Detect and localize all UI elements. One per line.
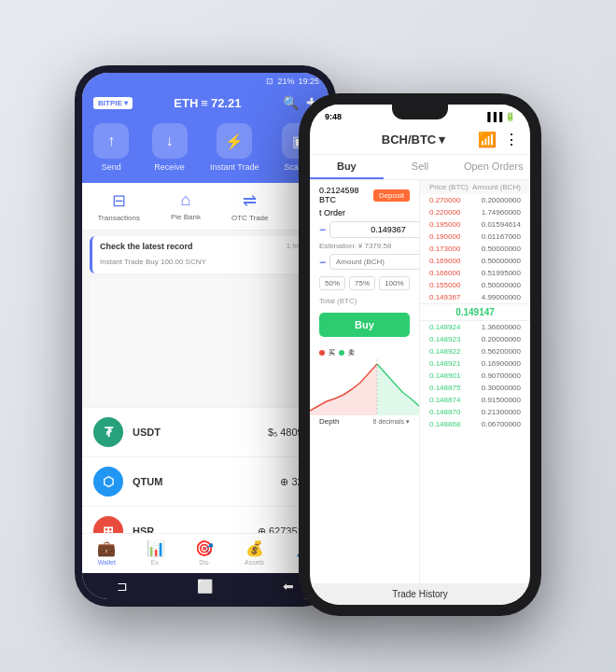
buy-button[interactable]: Buy bbox=[319, 313, 410, 337]
eth-amount: 72.21 bbox=[211, 96, 242, 110]
usdt-name: USDT bbox=[133, 427, 268, 438]
nav-dis[interactable]: 🎯 Dis- bbox=[195, 539, 214, 566]
ob-buy-row-3[interactable]: 0.148922 0.56200000 bbox=[420, 345, 530, 357]
iphone-header: BCH/BTC ▾ 📶 ⋮ bbox=[310, 125, 530, 155]
system-recent-button[interactable]: ⊐ bbox=[117, 579, 128, 594]
battery-icon: ⊡ bbox=[266, 77, 273, 86]
action-buttons: ↑ Send ↓ Receive ⚡ Instant Trade ▣ Scan … bbox=[82, 119, 329, 183]
ob-sell-row-2[interactable]: 0.220000 1.74960000 bbox=[420, 206, 530, 218]
amount-minus[interactable]: − bbox=[319, 256, 326, 269]
android-header: BITPIE ▾ ETH ≡ 72.21 🔍 ✚ bbox=[82, 90, 329, 119]
tab-sell[interactable]: Sell bbox=[384, 155, 457, 179]
wallet-list: ₮ USDT $₅ 4809.12 ⬡ QTUM ⊕ 32.00 ⊞ HSR ⊕… bbox=[82, 408, 329, 533]
ob-sell-row-5[interactable]: 0.173000 0.50000000 bbox=[420, 243, 530, 255]
notification-subtitle: Instant Trade Buy 100.00 SCNY bbox=[100, 258, 206, 266]
hsr-name: HSR bbox=[133, 525, 258, 533]
android-bottom-nav: 💼 Wallet 📊 Ex. 🎯 Dis- 💰 Assets 👤 bbox=[82, 533, 329, 573]
price-input[interactable] bbox=[329, 221, 420, 238]
receive-button[interactable]: ↓ Receive bbox=[152, 123, 188, 172]
qtum-name: QTUM bbox=[133, 476, 280, 487]
order-section: 0.2124598 BTC Deposit t Order − + Estima… bbox=[310, 180, 419, 346]
ob-buy-row-4[interactable]: 0.148921 0.16900000 bbox=[420, 357, 530, 370]
ob-buy-row-2[interactable]: 0.148923 0.20000000 bbox=[420, 333, 530, 345]
usdt-icon: ₮ bbox=[93, 417, 123, 447]
wallet-item-hsr[interactable]: ⊞ HSR ⊕ 627351.24 bbox=[82, 507, 329, 533]
iphone: 9:48 ▐▐▐ 🔋 BCH/BTC ▾ 📶 ⋮ Buy Sell bbox=[299, 93, 541, 616]
transactions-button[interactable]: ⊟ Transactions bbox=[97, 190, 140, 222]
trade-history-button[interactable]: Trade History bbox=[310, 583, 530, 605]
ob-buy-row-5[interactable]: 0.148901 0.90700000 bbox=[420, 370, 530, 382]
instant-trade-button[interactable]: ⚡ Instant Trade bbox=[210, 123, 259, 172]
more-icon[interactable]: ⋮ bbox=[504, 131, 519, 148]
amount-header: Amount (BCH) bbox=[472, 183, 521, 191]
order-type-label[interactable]: t Order bbox=[319, 208, 345, 217]
pct-100-button[interactable]: 100% bbox=[379, 276, 409, 290]
trading-pair[interactable]: BCH/BTC ▾ bbox=[382, 133, 446, 147]
ob-sell-row-6[interactable]: 0.169000 0.50000000 bbox=[420, 255, 530, 267]
notification-bar[interactable]: Check the latest record 1 hr ago Instant… bbox=[90, 236, 321, 273]
nav-ex[interactable]: 📊 Ex. bbox=[147, 539, 165, 566]
eth-currency: ETH bbox=[174, 96, 198, 110]
ob-sell-row-3[interactable]: 0.195000 0.01594614 bbox=[420, 218, 530, 231]
otc-trade-button[interactable]: ⇌ OTC Trade bbox=[231, 190, 269, 222]
otc-trade-icon: ⇌ bbox=[243, 190, 257, 211]
ex-nav-icon: 📊 bbox=[147, 539, 165, 557]
ob-sell-row-1[interactable]: 0.270000 0.20000000 bbox=[420, 194, 530, 206]
android-screen: ⊡ 21% 19:25 BITPIE ▾ ETH ≡ 72.21 🔍 ✚ bbox=[82, 73, 329, 599]
system-home-button[interactable]: ⬜ bbox=[197, 579, 213, 594]
amount-input[interactable] bbox=[329, 254, 420, 270]
sell-legend-label: 卖 bbox=[348, 348, 355, 357]
nav-assets[interactable]: 💰 Assets bbox=[245, 539, 264, 566]
assets-nav-icon: 💰 bbox=[245, 539, 264, 557]
dis-nav-label: Dis- bbox=[199, 559, 210, 566]
pie-bank-icon: ⌂ bbox=[181, 190, 191, 210]
ob-buy-row-1[interactable]: 0.148924 1.36600000 bbox=[420, 321, 530, 333]
deposit-button[interactable]: Deposit bbox=[373, 189, 410, 202]
ob-sell-row-4[interactable]: 0.190000 0.01167000 bbox=[420, 231, 530, 243]
chart-icon[interactable]: 📶 bbox=[478, 131, 497, 148]
send-button[interactable]: ↑ Send bbox=[93, 123, 129, 172]
dis-nav-icon: 🎯 bbox=[195, 539, 214, 557]
system-back-button[interactable]: ⬅ bbox=[283, 579, 294, 594]
estimation-label: Estimation: ¥ 7379.58 bbox=[319, 242, 410, 250]
tab-open-orders[interactable]: Open Orders bbox=[456, 155, 530, 179]
wallet-item-qtum[interactable]: ⬡ QTUM ⊕ 32.00 bbox=[82, 457, 329, 507]
nav-wallet[interactable]: 💼 Wallet bbox=[97, 539, 116, 566]
pct-50-button[interactable]: 50% bbox=[319, 276, 345, 290]
decimals-selector[interactable]: 6 decimals ▾ bbox=[373, 418, 410, 426]
eth-balance: ETH ≡ 72.21 bbox=[174, 96, 241, 110]
iphone-notch bbox=[392, 105, 448, 119]
price-header: Price (BTC) bbox=[429, 183, 469, 191]
mid-price: 0.149147 bbox=[420, 303, 530, 321]
ob-sell-row-9[interactable]: 0.149367 4.99000000 bbox=[420, 291, 530, 303]
ob-buy-row-7[interactable]: 0.148874 0.91500000 bbox=[420, 394, 530, 406]
qtum-icon: ⬡ bbox=[93, 467, 123, 497]
pie-bank-button[interactable]: ⌂ Pie Bank bbox=[171, 190, 201, 222]
wallet-item-usdt[interactable]: ₮ USDT $₅ 4809.12 bbox=[82, 408, 329, 457]
btc-available: 0.2124598 BTC bbox=[319, 186, 373, 204]
iphone-header-icons: 📶 ⋮ bbox=[478, 131, 519, 148]
depth-legend: 买 卖 bbox=[310, 346, 419, 359]
pair-chevron: ▾ bbox=[439, 133, 445, 147]
pct-75-button[interactable]: 75% bbox=[349, 276, 375, 290]
ob-buy-row-9[interactable]: 0.148868 0.06700000 bbox=[420, 418, 530, 430]
ex-nav-label: Ex. bbox=[151, 559, 161, 566]
tab-buy[interactable]: Buy bbox=[310, 155, 384, 179]
dropdown-chevron-icon: ▾ bbox=[124, 99, 128, 107]
search-icon[interactable]: 🔍 bbox=[283, 95, 299, 110]
iphone-time: 9:48 bbox=[325, 112, 342, 121]
receive-icon: ↓ bbox=[152, 123, 188, 159]
total-label: Total (BTC) bbox=[319, 297, 357, 305]
eth-separator: ≡ bbox=[201, 96, 208, 110]
iphone-status-icons: ▐▐▐ 🔋 bbox=[484, 112, 515, 121]
order-book-header: Price (BTC) Amount (BCH) bbox=[420, 180, 530, 194]
ob-sell-row-8[interactable]: 0.155000 0.50000000 bbox=[420, 279, 530, 291]
ob-buy-row-6[interactable]: 0.148875 0.30000000 bbox=[420, 382, 530, 394]
android-nav-bar: ⊐ ⬜ ⬅ bbox=[82, 573, 329, 599]
instant-trade-icon: ⚡ bbox=[217, 123, 252, 159]
ob-buy-row-8[interactable]: 0.148870 0.21300000 bbox=[420, 406, 530, 418]
ob-sell-row-7[interactable]: 0.166000 0.51995000 bbox=[420, 267, 530, 279]
price-minus[interactable]: − bbox=[319, 223, 326, 236]
sell-legend-dot bbox=[339, 350, 344, 356]
bitpie-logo[interactable]: BITPIE ▾ bbox=[93, 97, 133, 109]
